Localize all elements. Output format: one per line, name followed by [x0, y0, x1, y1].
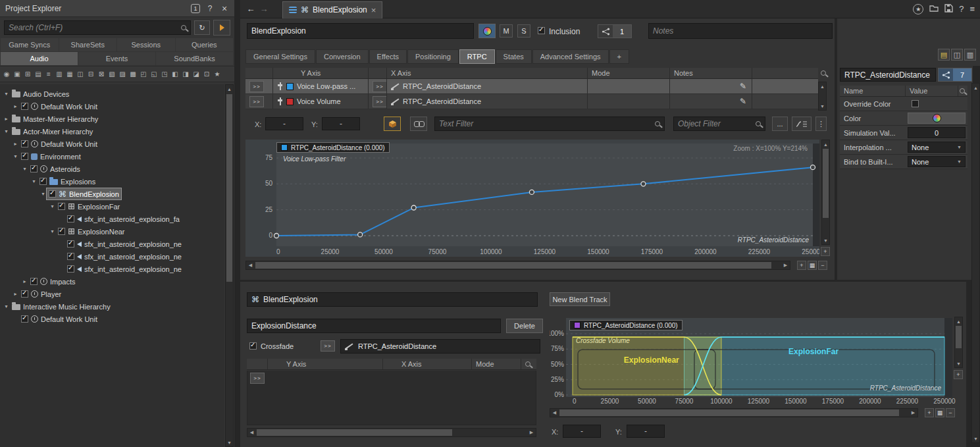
tab-states[interactable]: States	[496, 49, 532, 64]
tab-rtpc[interactable]: RTPC	[459, 49, 495, 64]
tile-view-icon[interactable]: ▦	[65, 69, 74, 80]
x-coord-field[interactable]: -	[563, 425, 601, 438]
expand-button[interactable]: >>	[249, 96, 264, 107]
crossfade-graph-scrollbar-add-point-button[interactable]: +	[954, 370, 963, 379]
edit-notes-button[interactable]: ✎	[740, 82, 746, 91]
save-button[interactable]	[944, 4, 953, 14]
schematic-icon[interactable]: ▩	[128, 69, 138, 80]
crossfade-graph[interactable]: 0%25%50%75%100%0250005000075000100000125…	[550, 317, 958, 409]
tree-checkbox[interactable]	[30, 278, 38, 285]
tree-checkbox[interactable]	[67, 253, 74, 260]
tab-positioning[interactable]: Positioning	[407, 49, 459, 64]
tree-chevron-icon[interactable]: ▾	[49, 228, 56, 234]
grid-view-icon[interactable]: ▤	[34, 69, 43, 80]
rtpc-graph[interactable]: 0255075025000500007500010000012500015000…	[245, 140, 819, 257]
table-filter-icon[interactable]	[821, 70, 826, 76]
solo-button[interactable]: S	[517, 24, 530, 38]
tree-item-actor-mixer-hierarchy[interactable]: ▾Actor-Mixer Hierarchy	[0, 125, 224, 138]
curve-point[interactable]	[274, 234, 279, 238]
list-view-icon[interactable]: ≡	[44, 69, 53, 80]
mode-cell[interactable]	[588, 79, 670, 93]
refresh-button[interactable]: ↻	[194, 20, 210, 35]
tree-checkbox[interactable]	[30, 165, 38, 172]
tree-chevron-icon[interactable]: ▸	[12, 103, 19, 109]
expand-button[interactable]: >>	[250, 373, 265, 384]
tree-checkbox[interactable]	[58, 203, 65, 210]
tree-item-environment[interactable]: ▾Environment	[0, 150, 224, 163]
curve-point[interactable]	[411, 205, 416, 210]
pe-tab-queries[interactable]: Queries	[176, 38, 234, 51]
new-folder-icon[interactable]: ▣	[13, 69, 22, 80]
crossfade-graph-scrollbar-thumb[interactable]	[956, 326, 962, 348]
curve-point[interactable]	[641, 182, 646, 186]
layout-button-1[interactable]: ▤	[938, 49, 950, 61]
delete-button[interactable]: Delete	[506, 319, 543, 333]
prop-dropdown[interactable]: None▼	[908, 156, 966, 167]
rtpc-graph-hscrollbar-right-button[interactable]: ▶	[781, 261, 790, 269]
main-menu-icon[interactable]: ≡	[969, 4, 975, 14]
tree-checkbox[interactable]	[49, 190, 56, 197]
close-icon[interactable]: ×	[220, 3, 229, 14]
search-input[interactable]: Search (Ctrl+F)	[4, 20, 191, 35]
open-project-button[interactable]	[929, 5, 939, 13]
tree-chevron-icon[interactable]: ▸	[12, 291, 19, 297]
prop-checkbox[interactable]	[912, 100, 919, 107]
tree-checkbox[interactable]	[21, 315, 28, 323]
tab-general-settings[interactable]: General Settings	[245, 49, 315, 64]
blend-table-hscrollbar-left-button[interactable]: ◀	[247, 429, 256, 436]
tree-item-player[interactable]: ▸Player	[0, 288, 224, 300]
tree-item-explosionfar[interactable]: ▾ExplosionFar	[0, 200, 224, 213]
mixer-view-icon[interactable]: ◫	[76, 69, 85, 80]
new-blend-track-button[interactable]: New Blend Track	[550, 292, 610, 306]
tree-checkbox[interactable]	[21, 290, 28, 298]
tree-checkbox[interactable]	[21, 103, 28, 110]
inclusion-checkbox[interactable]	[538, 27, 545, 34]
graph-legend[interactable]: RTPC_AsteroidDistance (0.000)	[276, 142, 390, 153]
tree-scrollbar-down-button[interactable]: ▼	[226, 438, 233, 446]
tree-checkbox[interactable]	[39, 178, 47, 185]
curve-list-toggle-button[interactable]	[792, 117, 812, 131]
tab-effects[interactable]: Effects	[369, 49, 407, 64]
favorites-icon[interactable]: ★	[213, 69, 222, 80]
edit-notes-button[interactable]: ✎	[740, 97, 746, 106]
rtpc-graph-scrollbar[interactable]: ▲▼	[821, 140, 830, 245]
crossfade-graph-hscrollbar-left-button[interactable]: ◀	[550, 409, 559, 417]
props-share-widget[interactable]: 7	[938, 68, 972, 82]
rtpc-row-voice-volume[interactable]: >>Voice Volume>>RTPC_AsteroidDistance✎	[245, 94, 818, 109]
rtpc-table-scrollbar-down-button[interactable]: ▼	[819, 102, 826, 110]
tree-item-default-work-unit[interactable]: Default Work Unit	[0, 313, 224, 325]
y-coord-field[interactable]: -	[627, 425, 665, 438]
tree-checkbox[interactable]	[21, 153, 28, 160]
link-button[interactable]	[410, 117, 427, 131]
cut-icon[interactable]: ⊟	[86, 69, 95, 80]
tree-scrollbar-up-button[interactable]: ▲	[226, 85, 233, 93]
paste-icon[interactable]: ▨	[118, 69, 127, 80]
crossfade-graph-zoom-in-button[interactable]: +	[925, 408, 934, 417]
tab-[interactable]: +	[609, 49, 629, 64]
capture-button[interactable]: ★	[913, 4, 923, 14]
text-filter-input[interactable]: Text Filter	[434, 117, 665, 131]
tree-chevron-icon[interactable]: ▸	[3, 116, 10, 122]
pe-tab-audio[interactable]: Audio	[1, 52, 78, 65]
prop-dropdown[interactable]: None▼	[908, 142, 966, 153]
tree-chevron-icon[interactable]: ▾	[39, 191, 47, 197]
props-scrollbar-down-button[interactable]: ▼	[972, 434, 979, 442]
document-tab[interactable]: ⌘ BlendExplosion ×	[282, 1, 382, 18]
blend-track-name-field[interactable]: ExplosionDistance	[247, 319, 501, 333]
crossfade-graph-scrollbar[interactable]: ▲▼	[954, 317, 963, 368]
crossfade-graph-hscrollbar-right-button[interactable]: ▶	[909, 409, 917, 417]
mute-button[interactable]: M	[500, 24, 513, 38]
rtpc-graph-hscrollbar-thumb[interactable]	[255, 262, 771, 269]
curve-point[interactable]	[358, 232, 363, 237]
new-workunit-icon[interactable]: ⊞	[23, 69, 32, 80]
tree-item-sfx-int-asteroid-explosion-ne[interactable]: sfx_int_asteroid_explosion_ne	[0, 263, 224, 275]
blend-table-hscrollbar-thumb[interactable]	[257, 429, 452, 436]
graph-legend[interactable]: RTPC_AsteroidDistance (0.000)	[569, 320, 683, 330]
close-tab-icon[interactable]: ×	[371, 5, 376, 15]
mode-cell[interactable]	[588, 94, 670, 109]
pe-tab-game-syncs[interactable]: Game Syncs	[1, 38, 59, 51]
curve-point[interactable]	[811, 165, 815, 170]
region-explosionnear[interactable]	[573, 337, 721, 395]
tree-scrollbar-thumb[interactable]	[226, 94, 232, 282]
expand-button[interactable]: >>	[373, 96, 387, 107]
